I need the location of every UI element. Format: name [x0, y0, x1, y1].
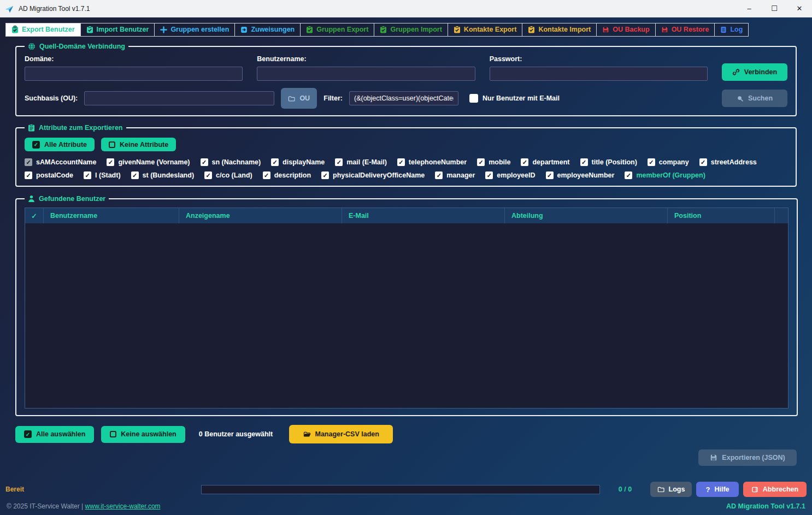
all-attributes-button[interactable]: ✓ Alle Attribute: [25, 138, 95, 151]
checkbox-icon: ✓: [648, 158, 655, 166]
attribute-employeeid[interactable]: ✓employeeID: [485, 171, 535, 179]
close-button[interactable]: ✕: [787, 0, 812, 17]
progress-bar: [201, 485, 600, 494]
progress-count: 0 / 0: [600, 486, 650, 493]
column-header-check[interactable]: ✓: [25, 208, 44, 223]
select-all-button[interactable]: ✓ Alle auswählen: [15, 426, 94, 443]
checkbox-icon: ✓: [699, 158, 707, 166]
attribute-sn-nachname[interactable]: ✓sn (Nachname): [201, 158, 261, 166]
attribute-department[interactable]: ✓department: [521, 158, 569, 166]
attribute-company[interactable]: ✓company: [648, 158, 689, 166]
minimize-button[interactable]: –: [737, 0, 762, 17]
logs-button[interactable]: Logs: [650, 482, 692, 497]
attribute-l-stadt[interactable]: ✓l (Stadt): [84, 171, 121, 179]
checkbox-icon: ✓: [25, 158, 32, 166]
select-none-button[interactable]: ✓ Keine auswählen: [101, 426, 185, 443]
password-input[interactable]: [490, 67, 708, 81]
email-only-checkbox[interactable]: ✓ Nur Benutzer mit E-Mail: [469, 94, 560, 103]
attribute-telephonenumber[interactable]: ✓telephoneNumber: [397, 158, 467, 166]
attribute-postalcode[interactable]: ✓postalCode: [25, 171, 73, 179]
tab-label: Zuweisungen: [251, 26, 295, 33]
email-only-label: Nur Benutzer mit E-Mail: [483, 94, 560, 102]
attribute-label: st (Bundesland): [143, 171, 194, 179]
main-window: Export BenutzerImport BenutzerGruppen er…: [0, 17, 812, 515]
tab-gruppen-import[interactable]: Gruppen Import: [374, 23, 448, 37]
plus-icon: [160, 26, 167, 33]
tab-label: Gruppen Import: [390, 26, 442, 33]
username-input[interactable]: [257, 67, 475, 81]
attribute-c-co-land[interactable]: ✓c/co (Land): [204, 171, 252, 179]
column-header-abteilung[interactable]: Abteilung: [505, 208, 668, 223]
checkbox-icon: ✓: [321, 171, 329, 179]
results-table-body[interactable]: [25, 223, 788, 408]
attribute-memberof-gruppen[interactable]: ✓memberOf (Gruppen): [625, 171, 705, 179]
attribute-employeenumber[interactable]: ✓employeeNumber: [546, 171, 615, 179]
window-title: AD Migration Tool v1.7.1: [19, 5, 90, 13]
cancel-button[interactable]: Abbrechen: [743, 482, 807, 497]
column-header-anzeigename[interactable]: Anzeigename: [179, 208, 342, 223]
column-header-position[interactable]: Position: [668, 208, 775, 223]
search-button[interactable]: Suchen: [722, 90, 787, 107]
link-icon: [732, 68, 740, 76]
attribute-displayname[interactable]: ✓displayName: [271, 158, 325, 166]
website-link[interactable]: www.it-service-walter.com: [85, 502, 161, 510]
tab-label: Kontakte Import: [538, 26, 591, 33]
tab-gruppen-export[interactable]: Gruppen Export: [300, 23, 374, 37]
no-attributes-button[interactable]: ✓ Keine Attribute: [101, 138, 176, 151]
app-icon: [5, 4, 14, 13]
tab-label: Gruppen Export: [316, 26, 368, 33]
attribute-description[interactable]: ✓description: [263, 171, 311, 179]
attribute-label: manager: [446, 171, 475, 179]
attribute-title-position[interactable]: ✓title (Position): [580, 158, 637, 166]
attribute-mobile[interactable]: ✓mobile: [477, 158, 510, 166]
username-label: Benutzername:: [257, 55, 475, 63]
filter-input[interactable]: [349, 91, 458, 105]
clipboard-icon: [454, 26, 461, 33]
ou-browse-button[interactable]: OU: [281, 88, 317, 109]
tab-zuweisungen[interactable]: Zuweisungen: [234, 23, 301, 37]
searchbase-input[interactable]: [84, 91, 274, 105]
tab-label: Export Benutzer: [22, 26, 75, 33]
attribute-samaccountname[interactable]: ✓sAMAccountName: [25, 158, 96, 166]
column-header-benutzername[interactable]: Benutzername: [44, 208, 179, 223]
attribute-givenname-vorname[interactable]: ✓givenName (Vorname): [107, 158, 190, 166]
tab-gruppen-erstellen[interactable]: Gruppen erstellen: [154, 23, 235, 37]
tab-kontakte-export[interactable]: Kontakte Export: [448, 23, 523, 37]
attribute-manager[interactable]: ✓manager: [435, 171, 475, 179]
attributes-groupbox: Attribute zum Exportieren ✓ Alle Attribu…: [15, 124, 797, 187]
connect-button[interactable]: Verbinden: [722, 63, 787, 81]
tab-export-benutzer[interactable]: Export Benutzer: [5, 23, 81, 37]
clipboard-icon: [306, 26, 313, 33]
domain-label: Domäne:: [25, 55, 243, 63]
help-button[interactable]: ? Hilfe: [696, 482, 739, 497]
manager-csv-button[interactable]: Manager-CSV laden: [289, 425, 393, 443]
checkbox-icon: ✓: [477, 158, 485, 166]
attribute-label: postalCode: [36, 171, 73, 179]
checkbox-icon: ✓: [546, 171, 554, 179]
checked-box-icon: ✓: [32, 141, 40, 149]
export-row: Exportieren (JSON): [15, 449, 797, 466]
attribute-label: department: [532, 158, 569, 166]
tab-label: Kontakte Export: [464, 26, 517, 33]
checkbox-icon: ✓: [335, 158, 343, 166]
attribute-label: memberOf (Gruppen): [636, 171, 705, 179]
attribute-mail-e-mail[interactable]: ✓mail (E-Mail): [335, 158, 387, 166]
attribute-st-bundesland[interactable]: ✓st (Bundesland): [131, 171, 194, 179]
clipboard-icon: [380, 26, 387, 33]
question-icon: ?: [705, 486, 710, 494]
copyright-text: © 2025 IT-Service Walter | www.it-servic…: [7, 502, 161, 510]
user-icon: [28, 195, 35, 203]
save-icon: [710, 454, 717, 461]
tab-import-benutzer[interactable]: Import Benutzer: [80, 23, 155, 37]
tab-ou-restore[interactable]: OU Restore: [655, 23, 715, 37]
attribute-streetaddress[interactable]: ✓streetAddress: [699, 158, 757, 166]
maximize-button[interactable]: ☐: [762, 0, 787, 17]
attribute-physicaldeliveryofficename[interactable]: ✓physicalDeliveryOfficeName: [321, 171, 425, 179]
domain-input[interactable]: [25, 67, 243, 81]
tab-kontakte-import[interactable]: Kontakte Import: [522, 23, 597, 37]
tab-log[interactable]: Log: [714, 23, 749, 37]
column-header-e-mail[interactable]: E-Mail: [342, 208, 505, 223]
tab-ou-backup[interactable]: OU Backup: [596, 23, 655, 37]
export-json-button[interactable]: Exportieren (JSON): [698, 449, 797, 466]
connection-groupbox: Quell-Domäne Verbindung Domäne: Benutzer…: [15, 43, 797, 116]
